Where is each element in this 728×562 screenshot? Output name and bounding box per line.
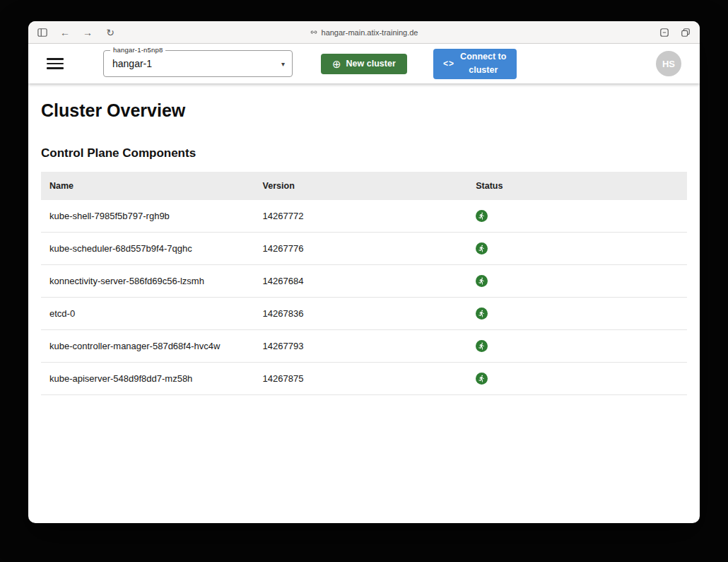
menu-icon[interactable] [47,58,64,69]
forward-button-icon[interactable]: → [82,27,93,38]
table-row[interactable]: etcd-0 14267836 [41,298,687,330]
component-version: 14267836 [254,298,468,330]
url-text: hangar-main.atix-training.de [322,28,418,37]
tab-overview-icon[interactable] [680,27,691,38]
component-version: 14267793 [254,330,468,363]
table-row[interactable]: kube-controller-manager-587d68f4-hvc4w 1… [41,330,687,363]
reload-icon[interactable]: ↻ [105,27,116,38]
new-cluster-label: New cluster [346,59,396,69]
cluster-select[interactable]: hangar-1-n5np8 hangar-1 ▾ [103,50,293,77]
chevron-down-icon: ▾ [281,60,285,68]
column-header-version: Version [254,172,468,200]
component-name: kube-shell-7985f5b797-rgh9b [41,200,254,233]
control-plane-table: Name Version Status kube-shell-7985f5b79… [41,172,687,395]
code-brackets-icon: <> [443,57,454,70]
link-icon [310,28,318,36]
plus-circle-icon: ⊕ [332,59,341,69]
component-name: konnectivity-server-586fd69c56-lzsmh [41,265,254,298]
user-avatar[interactable]: HS [656,51,681,76]
app-toolbar: hangar-1-n5np8 hangar-1 ▾ ⊕ New cluster … [28,44,700,83]
component-name: kube-scheduler-68d557b9f4-7qghc [41,233,254,265]
running-status-icon [476,275,488,287]
table-row[interactable]: konnectivity-server-586fd69c56-lzsmh 142… [41,265,687,298]
running-status-icon [476,340,488,352]
main-content: Cluster Overview Control Plane Component… [28,83,700,395]
running-status-icon [476,210,488,222]
component-version: 14267776 [254,233,468,265]
connect-label-line1: Connect to [460,52,506,62]
running-status-icon [476,308,488,320]
cluster-select-value: hangar-1 [112,58,152,69]
component-version: 14267772 [254,200,468,233]
table-row[interactable]: kube-apiserver-548d9f8dd7-mz58h 14267875 [41,363,687,395]
connect-label-line2: cluster [469,65,498,75]
component-name: kube-controller-manager-587d68f4-hvc4w [41,330,254,363]
sidebar-toggle-icon[interactable] [37,27,48,38]
table-row[interactable]: kube-shell-7985f5b797-rgh9b 14267772 [41,200,687,233]
section-title: Control Plane Components [41,146,687,160]
back-button-icon[interactable]: ← [59,27,71,38]
browser-window: ← → ↻ hangar-main.atix-training.de hanga… [28,21,700,523]
component-name: etcd-0 [41,298,254,330]
table-row[interactable]: kube-scheduler-68d557b9f4-7qghc 14267776 [41,233,687,265]
running-status-icon [476,242,488,254]
column-header-status: Status [467,172,687,200]
avatar-initials: HS [662,59,675,69]
page-title: Cluster Overview [41,100,687,121]
connect-to-cluster-button[interactable]: <> Connect to cluster [433,49,517,79]
component-version: 14267684 [254,265,468,298]
column-header-name: Name [41,172,254,200]
reader-view-icon[interactable] [659,27,670,38]
browser-chrome: ← → ↻ hangar-main.atix-training.de [28,21,700,44]
new-cluster-button[interactable]: ⊕ New cluster [321,54,407,74]
cluster-select-label: hangar-1-n5np8 [110,46,165,54]
address-bar[interactable]: hangar-main.atix-training.de [310,28,418,37]
component-version: 14267875 [254,363,468,395]
table-header-row: Name Version Status [41,172,687,200]
component-name: kube-apiserver-548d9f8dd7-mz58h [41,363,254,395]
running-status-icon [476,373,488,385]
